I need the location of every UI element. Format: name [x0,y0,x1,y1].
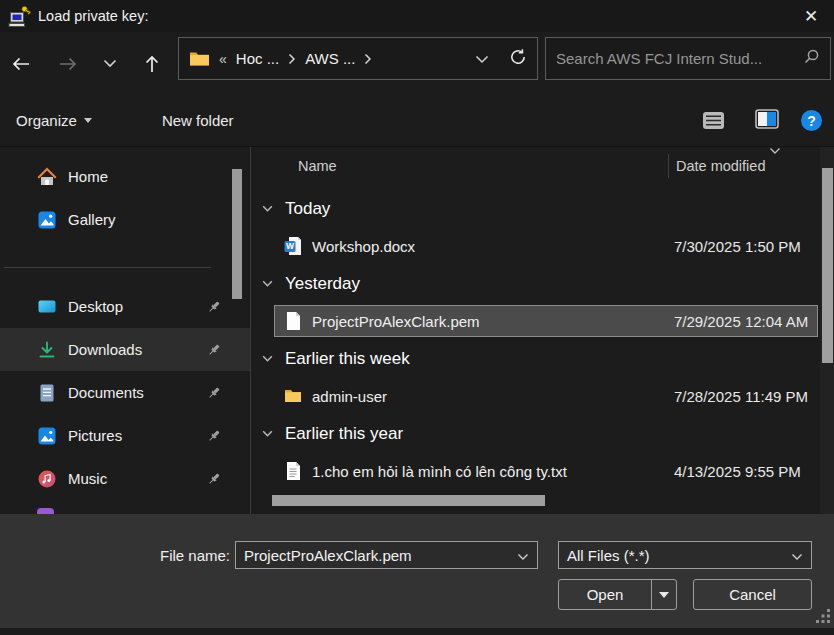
pin-icon[interactable] [206,471,222,487]
column-label: Date modified [676,158,765,174]
cancel-button[interactable]: Cancel [693,579,812,610]
open-button-label: Open [559,586,651,603]
file-name: ProjectProAlexClark.pem [312,313,674,330]
sidebar-item-desktop[interactable]: Desktop [0,285,250,328]
sidebar-divider [4,267,211,268]
breadcrumb-item-aws[interactable]: AWS ... [305,50,355,67]
forward-button[interactable] [53,47,83,81]
sidebar-item-home[interactable]: Home [0,155,250,198]
sidebar-item-label: Downloads [68,341,142,358]
pin-icon[interactable] [206,342,222,358]
chevron-down-icon [262,430,273,438]
preview-pane-button[interactable] [755,109,779,133]
navigation-bar: « Hoc ... AWS ... [0,32,834,95]
dialog-footer: File name: ProjectProAlexClark.pem All F… [0,514,834,628]
new-folder-label: New folder [162,112,234,129]
sidebar-scrollbar-thumb[interactable] [232,169,242,299]
sidebar-item-label: Pictures [68,427,122,444]
file-name: Workshop.docx [312,238,674,255]
group-header-today[interactable]: Today [251,190,834,227]
group-label: Earlier this year [285,424,403,444]
file-date: 4/13/2025 9:55 PM [674,463,815,480]
group-header-earlier-this-year[interactable]: Earlier this year [251,415,834,452]
chevron-down-icon [262,355,273,363]
chevron-right-icon[interactable] [364,53,372,65]
sidebar-item-label: Gallery [68,211,116,228]
group-header-earlier-this-week[interactable]: Earlier this week [251,340,834,377]
chevron-down-icon [262,280,273,288]
sidebar-item-label: Desktop [68,298,123,315]
file-row-pem-selected[interactable]: ProjectProAlexClark.pem 7/29/2025 12:04 … [274,305,818,337]
window-title: Load private key: [38,8,148,24]
group-header-yesterday[interactable]: Yesterday [251,265,834,302]
up-button[interactable] [137,47,167,81]
file-row-workshop-docx[interactable]: W Workshop.docx 7/30/2025 1:50 PM [274,230,818,262]
sidebar-item-gallery[interactable]: Gallery [0,198,250,241]
sort-chevron-icon [769,147,781,158]
navigation-pane: Home Gallery Desktop [0,147,251,514]
sidebar-item-music[interactable]: Music [0,457,250,500]
puttygen-app-icon [8,4,32,28]
resize-grip[interactable] [816,609,831,624]
close-button[interactable]: ✕ [794,1,828,31]
sidebar-item-documents[interactable]: Documents [0,371,250,414]
refresh-icon[interactable] [509,48,527,70]
new-folder-button[interactable]: New folder [158,106,238,135]
vertical-scrollbar[interactable] [820,147,834,514]
open-dropdown-arrow[interactable] [652,592,676,598]
file-name-combobox[interactable]: ProjectProAlexClark.pem [235,541,538,569]
search-box [545,37,831,80]
column-header-name[interactable]: Name [251,158,668,174]
horizontal-scrollbar[interactable] [251,495,818,507]
breadcrumb-item-hoc[interactable]: Hoc ... [236,50,279,67]
vertical-scrollbar-thumb[interactable] [822,168,833,363]
file-type-value: All Files (*.*) [567,547,650,564]
pictures-icon [37,426,57,446]
pin-icon[interactable] [206,428,222,444]
file-row-txt[interactable]: 1.cho em hỏi là mình có lên công ty.txt … [274,455,818,487]
sidebar-item-label: Music [68,470,107,487]
chevron-down-icon [84,118,92,123]
downloads-icon [37,340,57,360]
address-bar[interactable]: « Hoc ... AWS ... [178,37,538,80]
pin-icon[interactable] [206,385,222,401]
help-button[interactable]: ? [801,110,822,131]
chevron-right-icon[interactable] [288,53,296,65]
text-file-icon [284,461,302,481]
folder-icon [189,50,210,67]
back-button[interactable] [6,47,36,81]
group-label: Earlier this week [285,349,410,369]
chevron-down-icon [262,205,273,213]
recent-locations-chevron[interactable] [95,47,125,81]
file-type-combobox[interactable]: All Files (*.*) [558,541,812,569]
column-header-date-modified[interactable]: Date modified [669,158,820,174]
chevron-down-icon[interactable] [791,547,803,564]
horizontal-scrollbar-thumb[interactable] [272,495,545,506]
file-name: 1.cho em hỏi là mình có lên công ty.txt [312,463,674,480]
sidebar-item-pictures[interactable]: Pictures [0,414,250,457]
open-button[interactable]: Open [558,579,677,610]
sidebar-item-downloads[interactable]: Downloads [0,328,250,371]
sidebar-item-label: Home [68,168,108,185]
address-dropdown-chevron[interactable] [475,50,489,68]
command-toolbar: Organize New folder [0,95,834,147]
file-date: 7/28/2025 11:49 PM [674,388,815,405]
help-glyph: ? [807,113,816,129]
pem-file-icon [284,311,302,331]
file-date: 7/30/2025 1:50 PM [674,238,815,255]
documents-icon [37,383,57,403]
file-date: 7/29/2025 12:04 AM [674,313,815,330]
list-view-icon [702,111,725,130]
load-private-key-dialog: Load private key: ✕ « H [0,0,834,635]
view-mode-button[interactable] [702,111,733,130]
file-row-admin-user[interactable]: admin-user 7/28/2025 11:49 PM [274,380,818,412]
pin-icon[interactable] [206,299,222,315]
svg-text:W: W [286,241,295,251]
chevron-down-icon[interactable] [517,547,529,564]
file-list-pane: Name Date modified Today [251,147,834,514]
cancel-button-label: Cancel [729,586,776,603]
search-icon[interactable] [803,48,820,69]
breadcrumb-overflow[interactable]: « [219,51,227,67]
search-input[interactable] [556,50,803,67]
organize-button[interactable]: Organize [12,106,96,135]
